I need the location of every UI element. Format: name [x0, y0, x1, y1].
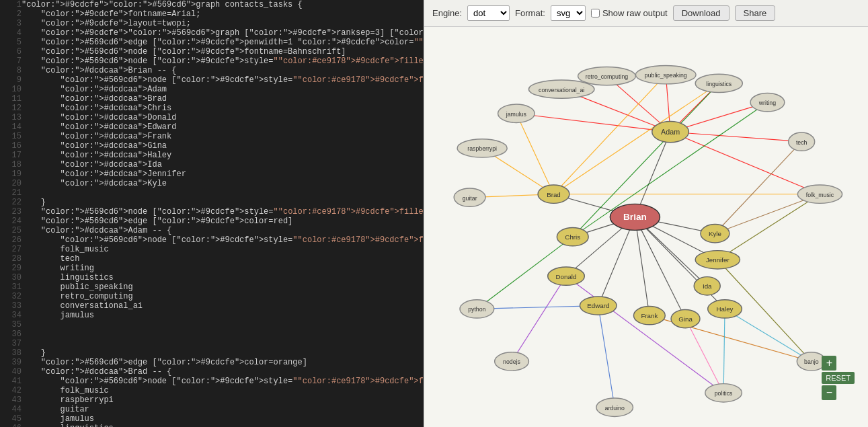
graph-node[interactable]: Frank [633, 307, 665, 325]
code-line [22, 320, 424, 329]
code-line: writing [22, 264, 424, 273]
graph-node[interactable]: tech [789, 132, 815, 151]
line-number: 18 [0, 160, 22, 169]
code-line: "color:">#dcdcaa">Edward [22, 122, 424, 132]
graph-node[interactable]: politics [705, 384, 742, 402]
line-number: 10 [0, 85, 22, 94]
graph-node[interactable]: Kyle [701, 225, 729, 243]
code-line: "color:">#569cd6">node ["color:">#9cdcfe… [22, 47, 424, 56]
graph-node-label: conversational_ai [539, 87, 584, 93]
graph-node[interactable]: guitar [454, 188, 485, 206]
zoom-out-button[interactable]: − [822, 385, 836, 400]
graph-node[interactable]: raspberrypi [457, 139, 507, 157]
graph-node[interactable]: arduino [596, 398, 633, 416]
graph-node[interactable]: Edward [580, 297, 617, 315]
graph-node[interactable]: Adam [652, 121, 689, 142]
graph-node[interactable]: public_speaking [635, 66, 696, 84]
graph-node-label: Gina [678, 315, 693, 323]
code-line: } [22, 348, 424, 358]
graph-node-label: python [468, 306, 485, 313]
graph-node[interactable]: Haley [708, 300, 742, 318]
graph-edge [598, 306, 615, 407]
code-line: folk_music [22, 386, 424, 395]
line-number: 5 [0, 38, 22, 47]
line-number: 19 [0, 169, 22, 179]
format-label: Format: [515, 8, 545, 18]
code-line [22, 188, 424, 198]
line-number: 36 [0, 329, 22, 339]
download-button[interactable]: Download [673, 5, 729, 21]
graph-node[interactable]: Ida [694, 277, 720, 295]
graph-node[interactable]: Brian [610, 204, 660, 230]
graph-edge [723, 309, 725, 393]
graph-node-label: public_speaking [645, 72, 687, 79]
line-number: 31 [0, 282, 22, 292]
code-line: "color:">#9cdcfe">layout=twopi; [22, 19, 424, 28]
line-number: 35 [0, 320, 22, 329]
graph-node[interactable]: nodejs [495, 352, 529, 371]
graph-node[interactable]: Donald [548, 267, 585, 285]
graph-node[interactable]: Gina [671, 309, 700, 327]
code-line: linguistics [22, 424, 424, 427]
line-number: 3 [0, 19, 22, 28]
graph-node-label: linguistics [706, 81, 732, 87]
share-button[interactable]: Share [735, 5, 776, 21]
line-number: 24 [0, 217, 22, 226]
show-raw-label[interactable]: Show raw output [591, 8, 668, 18]
graph-node[interactable]: Chris [557, 227, 588, 245]
graph-node[interactable]: Brad [538, 185, 569, 203]
line-number: 15 [0, 132, 22, 141]
line-number: 1 [0, 0, 22, 9]
line-number: 13 [0, 113, 22, 122]
graph-svg: BrianAdamBradChrisDonaldEdwardFrankGinaH… [424, 27, 868, 427]
graph-node-label: jamulus [506, 111, 527, 118]
graph-node[interactable]: Jennifer [695, 251, 740, 269]
graph-node[interactable]: retro_computing [578, 67, 636, 85]
engine-select[interactable]: dotneatofdpsfdptwopicirco [467, 5, 510, 21]
line-number: 25 [0, 226, 22, 235]
line-number: 39 [0, 358, 22, 367]
line-number: 16 [0, 141, 22, 151]
graph-node-label: Frank [641, 312, 658, 319]
show-raw-checkbox[interactable] [591, 9, 600, 17]
graph-node-label: raspberrypi [467, 145, 497, 152]
graph-node[interactable]: linguistics [695, 74, 742, 92]
graph-node-label: Adam [661, 128, 680, 136]
line-number: 11 [0, 94, 22, 104]
code-line: tech [22, 254, 424, 264]
graph-node-label: nodejs [503, 358, 520, 365]
code-line: "color:">#569cd6">edge ["color:">#9cdcfe… [22, 217, 424, 226]
line-number: 44 [0, 405, 22, 414]
code-line: guitar [22, 405, 424, 414]
reset-button[interactable]: RESET [822, 372, 855, 384]
code-line: "color:">#569cd6">node ["color:">#9cdcfe… [22, 56, 424, 66]
code-line: "color:">#dcdcaa">Adam [22, 85, 424, 94]
code-line: "color:">#dcdcaa">Frank [22, 132, 424, 141]
graph-node[interactable]: writing [750, 93, 785, 112]
zoom-in-button[interactable]: + [822, 356, 836, 371]
line-number: 33 [0, 301, 22, 311]
code-editor[interactable]: 1"color:">#9cdcfe">"color:">#569cd6">gra… [0, 0, 424, 427]
code-line: "color:">#9cdcfe">fontname=Arial; [22, 9, 424, 19]
code-line: "color:">#569cd6">node ["color:">#9cdcfe… [22, 207, 424, 217]
code-line [22, 329, 424, 339]
code-line: } [22, 198, 424, 207]
graph-canvas[interactable]: BrianAdamBradChrisDonaldEdwardFrankGinaH… [424, 27, 868, 427]
code-line: "color:">#dcdcaa">Brian -- { [22, 66, 424, 75]
graph-node-label: Donald [556, 273, 577, 280]
code-line: "color:">#569cd6">edge ["color:">#9cdcfe… [22, 358, 424, 367]
graph-node-label: retro_computing [586, 73, 628, 80]
code-line: retro_computing [22, 292, 424, 301]
zoom-controls: + RESET − [822, 356, 855, 400]
graph-node[interactable]: folk_music [797, 185, 842, 203]
line-number: 41 [0, 377, 22, 386]
graph-node-label: writing [758, 100, 776, 106]
graph-edge [725, 309, 812, 361]
graph-node[interactable]: jamulus [498, 104, 535, 122]
graph-node-label: arduino [605, 405, 625, 412]
format-select[interactable]: svgpngpdfdot [551, 5, 586, 21]
code-line: "color:">#dcdcaa">Chris [22, 104, 424, 113]
code-line: "color:">#9cdcfe">"color:">#569cd6">grap… [22, 28, 424, 38]
graph-node[interactable]: python [460, 300, 494, 318]
graph-node[interactable]: conversational_ai [528, 80, 594, 98]
